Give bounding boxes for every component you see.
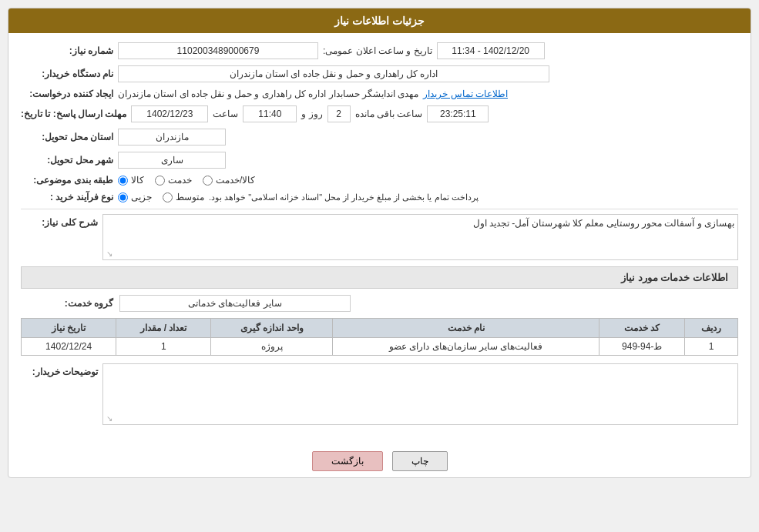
cell-date: 1402/12/24 — [22, 338, 116, 356]
buyer-notes-container — [102, 363, 738, 425]
cell-name: فعالیت‌های سایر سازمان‌های دارای عضو — [333, 338, 599, 356]
divider-1 — [21, 209, 738, 209]
announce-date-value: 1402/12/20 - 11:34 — [437, 42, 545, 59]
purchase-motavaset-radio[interactable] — [163, 192, 173, 202]
deadline-remain-value: 23:25:11 — [427, 105, 489, 122]
cell-code: ط-94-949 — [599, 338, 685, 356]
purchase-radio-group: متوسط جزیی — [118, 192, 204, 202]
subject-kala-item: کالا — [118, 175, 144, 186]
purchase-jozee-item: جزیی — [118, 192, 152, 202]
contact-link[interactable]: اطلاعات تماس خریدار — [423, 89, 508, 99]
back-button[interactable]: بازگشت — [312, 451, 383, 471]
subject-khadamat-radio[interactable] — [155, 176, 165, 186]
deadline-days-value: 2 — [327, 105, 351, 122]
deadline-days-label: روز و — [301, 109, 322, 119]
col-date: تاریخ نیاز — [22, 319, 116, 338]
col-name: نام خدمت — [333, 319, 599, 338]
need-number-label: شماره نیاز: — [21, 45, 113, 56]
table-row: 1ط-94-949فعالیت‌های سایر سازمان‌های دارا… — [22, 338, 738, 356]
col-unit: واحد اندازه گیری — [211, 319, 333, 338]
need-desc-container: بهسازی و آسفالت محور روستایی معلم کلا شه… — [102, 214, 738, 260]
deadline-remain-label: ساعت باقی مانده — [355, 109, 423, 119]
purchase-motavaset-label: متوسط — [176, 192, 204, 202]
subject-khadamat-label: خدمت — [168, 175, 192, 186]
cell-row: 1 — [685, 338, 738, 356]
requester-row: اطلاعات تماس خریدار مهدی اندایشگر حسابدا… — [21, 89, 738, 99]
buyer-org-value: اداره کل راهداری و حمل و نقل جاده ای است… — [118, 65, 549, 82]
buyer-org-label: نام دستگاه خریدار: — [21, 69, 113, 79]
need-number-value: 1102003489000679 — [118, 42, 318, 59]
service-group-row: سایر فعالیت‌های خدماتی گروه خدمت: — [21, 295, 738, 312]
deadline-row: 23:25:11 ساعت باقی مانده 2 روز و 11:40 س… — [21, 105, 738, 122]
purchase-jozee-radio[interactable] — [118, 192, 128, 202]
requester-name: مهدی اندایشگر حسابدار اداره کل راهداری و… — [118, 89, 418, 99]
services-table: ردیف کد خدمت نام خدمت واحد اندازه گیری ت… — [21, 318, 738, 356]
buyer-org-row: اداره کل راهداری و حمل و نقل جاده ای است… — [21, 65, 738, 82]
page-title: جزئیات اطلاعات نیاز — [8, 8, 751, 33]
buyer-notes-section: توضیحات خریدار: — [21, 363, 738, 425]
subject-kala-khadamat-item: کالا/خدمت — [203, 175, 255, 186]
need-desc-value: بهسازی و آسفالت محور روستایی معلم کلا شه… — [473, 218, 734, 229]
subject-kala-radio[interactable] — [118, 176, 128, 186]
buyer-notes-label: توضیحات خریدار: — [21, 363, 98, 377]
deadline-label: مهلت ارسال پاسخ: تا تاریخ: — [21, 109, 126, 119]
delivery-city-label: شهر محل تحویل: — [21, 155, 113, 166]
purchase-type-row: پرداخت تمام یا بخشی از مبلغ خریدار از مح… — [21, 192, 738, 202]
delivery-province-label: استان محل تحویل: — [21, 132, 113, 142]
city-row: ساری شهر محل تحویل: — [21, 152, 738, 169]
cell-quantity: 1 — [116, 338, 211, 356]
need-desc-label: شرح کلی نیاز: — [21, 214, 98, 228]
print-button[interactable]: چاپ — [392, 451, 448, 471]
subject-kala-khadamat-label: کالا/خدمت — [216, 175, 255, 186]
announce-date-label: تاریخ و ساعت اعلان عمومی: — [323, 45, 432, 56]
cell-unit: پروژه — [211, 338, 333, 356]
service-group-value: سایر فعالیت‌های خدماتی — [119, 295, 351, 312]
service-group-label: گروه خدمت: — [21, 298, 113, 309]
services-section-header: اطلاعات خدمات مورد نیاز — [21, 266, 738, 289]
deadline-time-label: ساعت — [213, 109, 238, 119]
subject-radio-group: کالا/خدمت خدمت کالا — [118, 175, 255, 186]
col-qty: تعداد / مقدار — [116, 319, 211, 338]
deadline-time-value: 11:40 — [243, 105, 297, 122]
province-row: مازندران استان محل تحویل: — [21, 129, 738, 146]
requester-label: ایجاد کننده درخواست: — [21, 89, 113, 99]
subject-khadamat-item: خدمت — [155, 175, 192, 186]
subject-kala-khadamat-radio[interactable] — [203, 176, 213, 186]
need-desc-section: بهسازی و آسفالت محور روستایی معلم کلا شه… — [21, 214, 738, 260]
col-code: کد خدمت — [599, 319, 685, 338]
purchase-motavaset-item: متوسط — [163, 192, 204, 202]
delivery-city-value: ساری — [118, 152, 226, 169]
purchase-jozee-label: جزیی — [131, 192, 152, 202]
purchase-type-label: نوع فرآیند خرید : — [21, 192, 113, 202]
col-row: ردیف — [685, 319, 738, 338]
footer-buttons: چاپ بازگشت — [8, 451, 751, 477]
subject-label: طبقه بندی موضوعی: — [21, 175, 113, 186]
subject-kala-label: کالا — [131, 175, 144, 186]
need-number-row: 1402/12/20 - 11:34 تاریخ و ساعت اعلان عم… — [21, 42, 738, 59]
delivery-province-value: مازندران — [118, 129, 226, 146]
purchase-desc: پرداخت تمام یا بخشی از مبلغ خریدار از مح… — [209, 192, 479, 202]
deadline-date-value: 1402/12/23 — [131, 105, 208, 122]
subject-row: کالا/خدمت خدمت کالا طبقه بندی موضوعی: — [21, 175, 738, 186]
